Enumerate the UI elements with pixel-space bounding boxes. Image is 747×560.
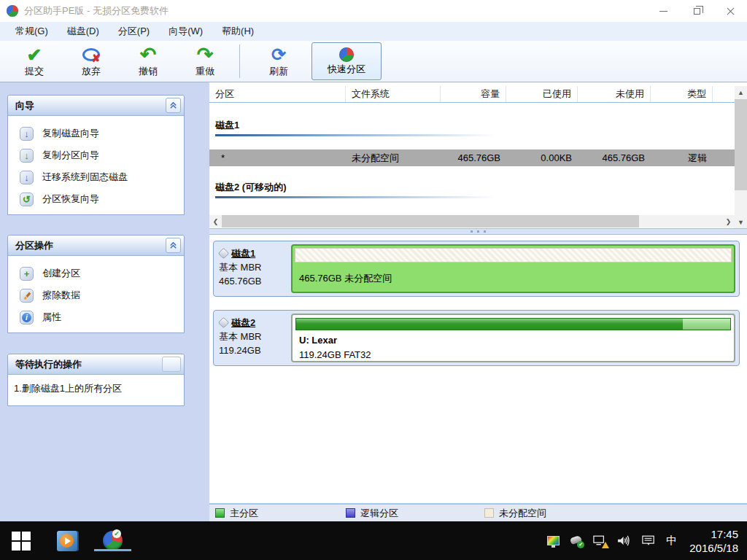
cell-used: 0.00KB (506, 149, 578, 166)
commit-button[interactable]: ✔ 提交 (6, 43, 63, 79)
active-app-underline (94, 549, 131, 551)
migrate-os-icon: ↓ (20, 171, 34, 184)
disk2-fat32-partition[interactable]: U: Lexar 119.24GB FAT32 (291, 314, 735, 362)
sidebar-item-copy-disk-wizard[interactable]: ↓ 复制磁盘向导 (8, 122, 184, 144)
restore-button[interactable] (680, 0, 713, 22)
pending-ops-panel-header[interactable]: 等待执行的操作 (8, 354, 184, 375)
pending-ops-panel: 等待执行的操作 1.删除磁盘1上的所有分区 (7, 354, 185, 406)
column-header-unused[interactable]: 未使用 (578, 86, 651, 102)
media-player-taskbar-button[interactable] (55, 529, 78, 552)
app-pie-icon (7, 5, 18, 17)
cell-capacity: 465.76GB (441, 149, 506, 166)
sidebar-item-migrate-os-to-ssd[interactable]: ↓ 迁移系统到固态磁盘 (8, 166, 184, 188)
column-header-capacity[interactable]: 容量 (441, 86, 506, 102)
sidebar-item-label: 创建分区 (42, 267, 80, 280)
menu-disk[interactable]: 磁盘(D) (58, 22, 109, 41)
refresh-button[interactable]: ⟳ 刷新 (250, 43, 307, 79)
commit-label: 提交 (25, 65, 44, 78)
pane-splitter[interactable] (209, 228, 747, 235)
partition-assistant-taskbar-button[interactable] (101, 529, 124, 552)
scroll-up-arrow-icon[interactable]: ▲ (735, 86, 747, 98)
action-center-icon[interactable] (642, 535, 655, 546)
sidebar-item-label: 复制磁盘向导 (42, 127, 99, 140)
disk1-group-underline (215, 134, 496, 136)
toolbar: ✔ 提交 放弃 ↶ 撤销 ↷ 重做 ⟳ 刷新 快速分区 (0, 41, 747, 82)
sidebar-item-partition-recovery-wizard[interactable]: ↺ 分区恢复向导 (8, 188, 184, 210)
minimize-button[interactable] (646, 0, 680, 22)
quick-partition-pie-icon (339, 47, 354, 62)
recovery-arrows-icon: ↺ (20, 192, 34, 206)
column-header-type[interactable]: 类型 (651, 86, 713, 102)
sidebar-item-create-partition[interactable]: + 创建分区 (8, 262, 184, 284)
partition-ops-panel: 分区操作 + 创建分区 擦除数据 i 属性 (7, 235, 185, 333)
discard-button[interactable]: 放弃 (63, 43, 120, 79)
unallocated-swatch (484, 508, 494, 518)
legend-label: 未分配空间 (499, 507, 546, 520)
sidebar-item-label: 属性 (42, 311, 61, 324)
table-row-unallocated-selected[interactable]: * 未分配空间 465.76GB 0.00KB 465.76GB 逻辑 (209, 149, 735, 166)
partition-ops-panel-header[interactable]: 分区操作 (8, 236, 184, 256)
sidebar-item-label: 擦除数据 (42, 289, 80, 302)
legend-label: 主分区 (230, 507, 258, 520)
vertical-scroll-thumb[interactable] (735, 99, 747, 190)
disk-icon (218, 317, 230, 329)
disk2-group-underline (215, 196, 496, 198)
volume-icon[interactable] (617, 535, 631, 546)
disk-graph-area: 磁盘1 基本 MBR 465.76GB 465.76GB 未分配空间 磁盘2 基… (209, 235, 747, 503)
title-bar: 分区助手PE版 - 无损分区免费软件 (0, 0, 747, 22)
collapse-button[interactable] (166, 98, 181, 113)
horizontal-scrollbar[interactable]: ❮ ❯ (209, 215, 735, 228)
close-button[interactable] (713, 0, 747, 22)
disk1-name: 磁盘1 (231, 246, 255, 260)
scroll-down-arrow-icon[interactable]: ▼ (735, 216, 747, 228)
discard-label: 放弃 (82, 65, 101, 78)
undo-button[interactable]: ↶ 撤销 (120, 43, 177, 79)
cell-filesystem: 未分配空间 (346, 149, 441, 166)
legend-unallocated: 未分配空间 (484, 507, 546, 520)
sidebar-item-copy-partition-wizard[interactable]: ↓ 复制分区向导 (8, 144, 184, 166)
sidebar-item-properties[interactable]: i 属性 (8, 306, 184, 328)
quick-partition-button[interactable]: 快速分区 (311, 42, 382, 80)
wipe-data-brush-icon (20, 289, 34, 303)
disk2-volume-name: U: Lexar (299, 335, 337, 346)
device-safely-remove-icon[interactable] (570, 537, 582, 545)
disk1-size: 465.76GB (219, 274, 287, 288)
start-button[interactable] (12, 532, 31, 551)
taskbar-clock[interactable]: 17:45 2016/5/18 (689, 527, 738, 555)
ime-indicator[interactable]: 中 (666, 534, 677, 548)
menu-help[interactable]: 帮助(H) (212, 22, 263, 41)
network-warning-icon[interactable] (593, 535, 606, 546)
horizontal-scroll-thumb[interactable] (222, 215, 639, 228)
legend-bar: 主分区 逻辑分区 未分配空间 (209, 503, 747, 521)
vertical-scrollbar[interactable]: ▲ ▼ (735, 86, 747, 228)
menu-general[interactable]: 常规(G) (6, 22, 58, 41)
legend-primary: 主分区 (215, 507, 258, 520)
unallocated-strip (295, 248, 732, 262)
table-header-row: 分区 文件系统 容量 已使用 未使用 类型 (209, 86, 735, 103)
undo-icon: ↶ (140, 46, 157, 63)
minimize-icon (659, 11, 667, 12)
pending-ops-panel-title: 等待执行的操作 (15, 358, 82, 371)
column-header-filesystem[interactable]: 文件系统 (346, 86, 441, 102)
redo-icon: ↷ (197, 46, 214, 63)
scroll-right-arrow-icon[interactable]: ❯ (722, 215, 735, 228)
collapse-button[interactable] (166, 238, 181, 253)
scroll-left-arrow-icon[interactable]: ❮ (209, 215, 222, 228)
commit-check-icon: ✔ (27, 45, 42, 64)
sidebar: 向导 ↓ 复制磁盘向导 ↓ 复制分区向导 ↓ 迁移系统到固态磁盘 (0, 82, 209, 521)
menu-partition[interactable]: 分区(P) (109, 22, 159, 41)
disk1-unallocated-partition[interactable]: 465.76GB 未分配空间 (291, 244, 735, 293)
wizard-panel-header[interactable]: 向导 (8, 96, 184, 116)
pending-operation-item[interactable]: 1.删除磁盘1上的所有分区 (8, 375, 184, 405)
display-color-icon[interactable] (547, 536, 560, 545)
sidebar-item-wipe-data[interactable]: 擦除数据 (8, 284, 184, 306)
menu-wizard[interactable]: 向导(W) (159, 22, 212, 41)
window-controls (646, 0, 747, 22)
redo-button[interactable]: ↷ 重做 (177, 43, 233, 79)
menu-bar: 常规(G) 磁盘(D) 分区(P) 向导(W) 帮助(H) (0, 22, 747, 41)
partition-table: 分区 文件系统 容量 已使用 未使用 类型 磁盘1 * 未分配空间 465.76… (209, 82, 747, 228)
column-header-partition[interactable]: 分区 (209, 86, 346, 102)
disk2-scheme: 基本 MBR (219, 330, 287, 343)
wizard-panel: 向导 ↓ 复制磁盘向导 ↓ 复制分区向导 ↓ 迁移系统到固态磁盘 (7, 95, 185, 215)
column-header-used[interactable]: 已使用 (506, 86, 578, 102)
